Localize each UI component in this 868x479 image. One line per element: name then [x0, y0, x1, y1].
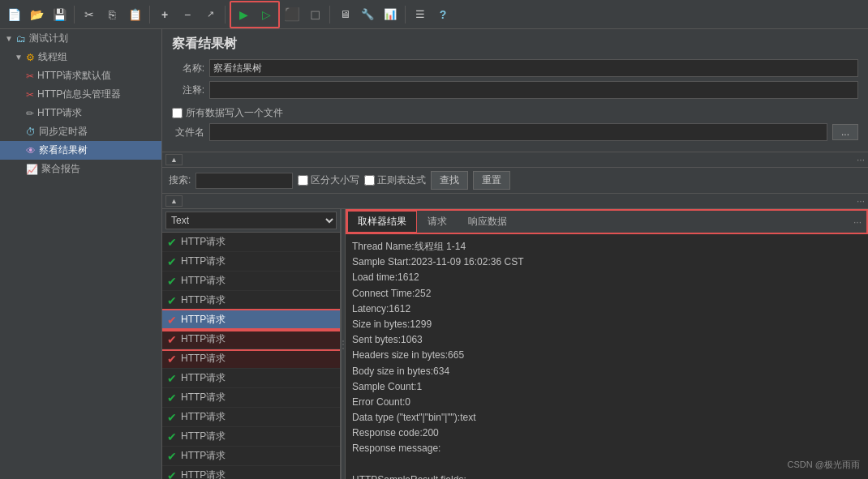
sidebar-label-http-defaults: HTTP请求默认值: [37, 69, 111, 83]
check-icon-8: ✔: [167, 372, 177, 385]
regex-cb: 正则表达式: [364, 173, 426, 187]
sidebar-item-http-request[interactable]: ✏ HTTP请求: [0, 104, 161, 122]
comment-input[interactable]: [209, 81, 858, 99]
name-input[interactable]: [209, 59, 858, 77]
detail-line-5: Latency:1612: [352, 302, 862, 317]
http-item-2[interactable]: ✔ HTTP请求: [162, 252, 340, 272]
http-item-4[interactable]: ✔ HTTP请求: [162, 291, 340, 310]
http-item-1[interactable]: ✔ HTTP请求: [162, 233, 340, 252]
regex-checkbox[interactable]: [364, 175, 375, 186]
detail-line-10: Sample Count:1: [352, 379, 862, 395]
tb-stop2-btn[interactable]: ◻: [304, 4, 325, 25]
tb-new-btn[interactable]: 📄: [3, 4, 24, 25]
sidebar-item-test-plan[interactable]: ▼ 🗂 测试计划: [0, 29, 161, 48]
http-item-label-2: HTTP请求: [181, 254, 226, 268]
sep2: [149, 6, 150, 24]
tb-cut-btn[interactable]: ✂: [79, 4, 100, 25]
tb-remote-btn[interactable]: 🖥: [334, 4, 355, 25]
tab-response[interactable]: 响应数据: [458, 211, 518, 233]
sidebar-item-thread-group[interactable]: ▼ ⚙ 线程组: [0, 48, 161, 66]
reset-btn[interactable]: 重置: [473, 171, 510, 190]
sidebar-item-http-defaults[interactable]: ✂ HTTP请求默认值: [0, 66, 161, 85]
http-item-8[interactable]: ✔ HTTP请求: [162, 369, 340, 388]
sidebar-label-test-plan: 测试计划: [29, 32, 68, 45]
search-btn[interactable]: 查找: [431, 171, 468, 190]
detail-line-13: Response code:200: [352, 426, 862, 441]
tb-clear-btn[interactable]: ↗: [200, 4, 221, 25]
browse-btn[interactable]: ...: [832, 124, 858, 140]
detail-content: Thread Name:线程组 1-14 Sample Start:2023-1…: [346, 234, 868, 479]
collapse-mid-btn[interactable]: ▲: [165, 195, 183, 207]
tb-stop-btn[interactable]: ⬛: [281, 4, 303, 25]
sidebar-label-thread-group: 线程组: [38, 50, 67, 64]
view-dropdown[interactable]: Text RegExp Tester CSS/JQuery Tester XPa…: [165, 212, 337, 229]
sidebar-label-result-tree: 察看结果树: [39, 143, 88, 157]
sidebar-item-agg-report[interactable]: 📈 聚合报告: [0, 160, 161, 178]
case-sensitive-checkbox[interactable]: [298, 175, 308, 186]
right-panel: 察看结果树 名称: 注释: 所有数据写入一个文件 文件名 ... ▲ ···: [162, 29, 868, 479]
detail-dots[interactable]: ···: [849, 216, 866, 228]
tb-add-btn[interactable]: +: [154, 4, 175, 25]
http-item-label-12: HTTP请求: [181, 449, 226, 463]
sidebar-item-result-tree[interactable]: 👁 察看结果树: [0, 141, 161, 160]
write-all-checkbox[interactable]: [172, 108, 183, 118]
http-item-7[interactable]: ✔ HTTP请求: [162, 349, 340, 369]
tb-start-btn[interactable]: ▶: [233, 4, 254, 25]
sep1: [74, 6, 75, 24]
tb-copy-btn[interactable]: ⎘: [101, 4, 122, 25]
http-item-12[interactable]: ✔ HTTP请求: [162, 447, 340, 466]
http-defaults-icon: ✂: [26, 71, 34, 82]
tb-remove-btn[interactable]: −: [177, 4, 198, 25]
case-sensitive-label: 区分大小写: [311, 173, 359, 187]
check-icon-1: ✔: [167, 236, 177, 249]
comment-label: 注释:: [172, 83, 204, 97]
http-item-11[interactable]: ✔ HTTP请求: [162, 427, 340, 447]
tb-help-btn[interactable]: ?: [432, 4, 453, 25]
write-all-label: 所有数据写入一个文件: [186, 106, 283, 120]
sidebar-item-http-header[interactable]: ✂ HTTP信息头管理器: [0, 85, 161, 104]
http-item-label-11: HTTP请求: [181, 430, 226, 443]
sidebar: ▼ 🗂 测试计划 ▼ ⚙ 线程组 ✂ HTTP请求默认值 ✂ HTTP信息头管理…: [0, 29, 162, 479]
check-icon-11: ✔: [167, 430, 177, 443]
tb-start-thread-btn[interactable]: ▷: [256, 4, 277, 25]
group-icon: ⚙: [26, 52, 35, 63]
tb-list-btn[interactable]: ☰: [410, 4, 431, 25]
tab-row-result: 取样器结果 请求 响应数据 ···: [346, 209, 868, 234]
tb-clear2-btn[interactable]: 🔧: [357, 4, 378, 25]
arrow-icon2: ▼: [15, 53, 23, 62]
http-list: ✔ HTTP请求 ✔ HTTP请求 ✔ HTTP请求 ✔ HTTP请求: [162, 233, 340, 479]
tb-template-btn[interactable]: 📊: [380, 4, 401, 25]
arrow-icon: ▼: [5, 34, 13, 43]
panel-header-top: ▲ ···: [162, 152, 868, 168]
detail-line-blank: [352, 457, 862, 473]
main-toolbar: 📄 📂 💾 ✂ ⎘ 📋 + − ↗ ▶ ▷ ⬛ ◻ 🖥 🔧 📊 ☰ ?: [0, 0, 868, 29]
tb-open-btn[interactable]: 📂: [26, 4, 47, 25]
sidebar-label-http-request: HTTP请求: [37, 106, 82, 120]
http-item-label-5: HTTP请求: [181, 313, 226, 327]
search-input[interactable]: [196, 173, 293, 189]
http-item-5[interactable]: ✔ HTTP请求: [162, 310, 340, 330]
collapse-top-btn[interactable]: ▲: [165, 154, 183, 165]
detail-line-14: Response message:: [352, 441, 862, 456]
http-item-13[interactable]: ✔ HTTP请求: [162, 466, 340, 479]
detail-line-6: Size in bytes:1299: [352, 317, 862, 332]
http-item-6[interactable]: ✔ HTTP请求: [162, 330, 340, 349]
http-item-9[interactable]: ✔ HTTP请求: [162, 388, 340, 408]
http-item-3[interactable]: ✔ HTTP请求: [162, 272, 340, 291]
regex-label: 正则表达式: [377, 173, 426, 187]
top-dots[interactable]: ···: [857, 154, 865, 165]
tab-sampler-result[interactable]: 取样器结果: [347, 211, 417, 233]
sidebar-item-sync-timer[interactable]: ⏱ 同步定时器: [0, 122, 161, 141]
detail-line-11: Error Count:0: [352, 395, 862, 410]
tb-paste-btn[interactable]: 📋: [124, 4, 145, 25]
http-item-label-13: HTTP请求: [181, 468, 226, 479]
file-input[interactable]: [209, 123, 827, 141]
check-icon-9: ✔: [167, 391, 177, 404]
search-label: 搜索:: [169, 173, 191, 187]
tab-request[interactable]: 请求: [417, 211, 458, 233]
panel-header-mid: ▲ ···: [162, 194, 868, 209]
mid-dots[interactable]: ···: [857, 195, 865, 207]
detail-line-4: Connect Time:252: [352, 286, 862, 302]
tb-save-btn[interactable]: 💾: [49, 4, 70, 25]
http-item-10[interactable]: ✔ HTTP请求: [162, 408, 340, 427]
